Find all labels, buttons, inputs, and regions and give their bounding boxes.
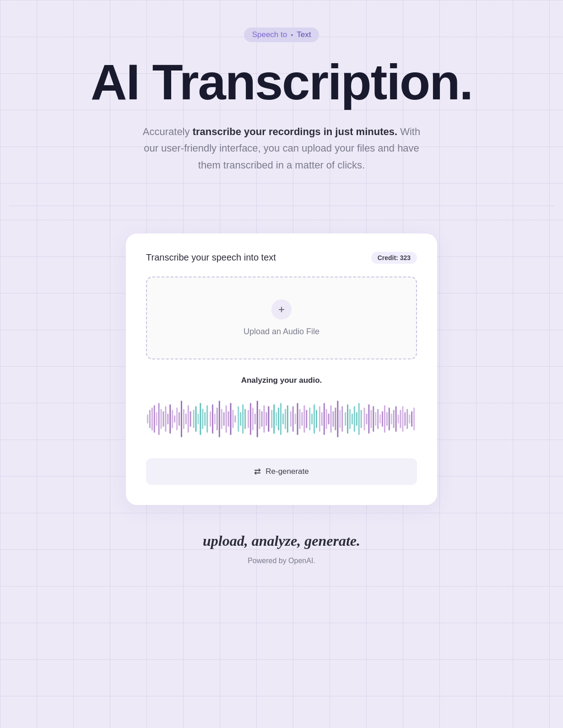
svg-rect-24 (202, 409, 203, 429)
svg-rect-40 (240, 412, 241, 426)
svg-rect-21 (195, 406, 197, 432)
svg-rect-104 (391, 413, 392, 424)
regenerate-label: Re-generate (265, 467, 309, 476)
badge-text-part: Text (297, 30, 311, 39)
upload-label: Upload an Audio File (244, 327, 319, 337)
svg-rect-37 (232, 410, 233, 428)
svg-rect-6 (161, 409, 162, 429)
svg-rect-13 (176, 407, 178, 430)
regenerate-button[interactable]: ⇄ Re-generate (146, 458, 417, 485)
svg-rect-84 (345, 412, 346, 426)
svg-rect-111 (406, 409, 408, 429)
badge-speech-part: Speech to (252, 30, 287, 39)
svg-rect-105 (393, 410, 395, 428)
svg-rect-44 (250, 403, 251, 435)
svg-rect-77 (328, 413, 330, 424)
svg-rect-97 (375, 412, 376, 426)
svg-rect-54 (273, 404, 275, 434)
svg-rect-39 (238, 406, 239, 432)
svg-rect-33 (223, 412, 225, 426)
svg-rect-38 (234, 415, 236, 423)
speech-to-text-badge: Speech to ▪ Text (244, 27, 319, 42)
svg-rect-14 (179, 412, 180, 426)
svg-rect-79 (332, 411, 334, 427)
svg-rect-10 (169, 404, 171, 434)
svg-rect-16 (183, 409, 184, 429)
svg-rect-90 (358, 403, 360, 435)
svg-rect-109 (402, 406, 403, 432)
svg-rect-87 (352, 413, 353, 424)
svg-rect-9 (167, 413, 168, 424)
svg-rect-103 (389, 407, 390, 430)
svg-rect-62 (292, 406, 294, 432)
svg-rect-56 (278, 407, 279, 430)
svg-rect-67 (303, 405, 305, 433)
svg-rect-59 (285, 409, 286, 429)
svg-rect-83 (341, 406, 343, 432)
powered-by: Powered by OpenAI. (248, 557, 315, 565)
svg-rect-0 (147, 414, 148, 424)
svg-rect-92 (364, 407, 365, 430)
tagline: upload, analyze, generate. (203, 532, 360, 549)
svg-rect-112 (409, 414, 410, 424)
waveform-svg (146, 396, 417, 442)
svg-rect-65 (299, 409, 300, 429)
svg-rect-96 (373, 406, 374, 432)
svg-rect-60 (287, 405, 288, 433)
badge-wrapper: Speech to ▪ Text (244, 27, 319, 42)
svg-rect-23 (200, 403, 201, 435)
svg-rect-100 (382, 411, 383, 427)
svg-rect-12 (174, 415, 175, 423)
svg-rect-66 (301, 412, 303, 426)
upload-area[interactable]: + Upload an Audio File (146, 277, 417, 359)
svg-rect-64 (297, 403, 298, 435)
svg-rect-20 (193, 410, 195, 428)
svg-rect-22 (197, 413, 199, 424)
svg-rect-30 (217, 407, 218, 430)
svg-rect-7 (163, 411, 164, 427)
svg-rect-8 (165, 406, 166, 432)
svg-rect-4 (156, 412, 157, 426)
powered-by-prefix: Powered by (248, 557, 288, 565)
svg-rect-26 (206, 405, 208, 433)
svg-rect-80 (335, 407, 336, 430)
page-wrapper: Speech to ▪ Text AI Transcription. Accur… (0, 0, 563, 602)
svg-rect-108 (400, 410, 401, 428)
svg-rect-46 (254, 413, 256, 424)
svg-rect-3 (154, 405, 155, 433)
regenerate-icon: ⇄ (254, 467, 261, 477)
svg-rect-1 (149, 410, 151, 428)
svg-rect-27 (210, 411, 211, 427)
svg-rect-49 (261, 411, 263, 427)
svg-rect-17 (185, 413, 187, 424)
svg-rect-36 (230, 403, 232, 435)
svg-rect-71 (314, 404, 315, 434)
svg-rect-85 (347, 404, 348, 434)
svg-rect-19 (190, 411, 191, 427)
svg-rect-88 (354, 406, 355, 432)
svg-rect-34 (226, 405, 227, 433)
subtitle-plain: Accurately (143, 126, 193, 137)
svg-rect-74 (321, 412, 323, 426)
svg-rect-102 (386, 412, 388, 426)
svg-rect-2 (152, 407, 153, 430)
svg-rect-43 (248, 410, 249, 428)
svg-rect-32 (221, 409, 222, 429)
analyzing-text: Analyzing your audio. (146, 376, 417, 385)
svg-rect-114 (413, 407, 415, 430)
svg-rect-18 (188, 405, 189, 433)
svg-rect-57 (280, 403, 282, 435)
hero-title: AI Transcription. (91, 57, 472, 107)
svg-rect-58 (282, 413, 284, 424)
svg-rect-110 (404, 412, 406, 426)
svg-rect-25 (204, 412, 206, 426)
svg-rect-73 (319, 406, 320, 432)
svg-rect-42 (244, 409, 246, 429)
svg-rect-63 (295, 413, 296, 424)
svg-rect-81 (337, 401, 338, 437)
svg-rect-11 (172, 410, 173, 428)
svg-rect-50 (264, 405, 265, 433)
svg-rect-106 (395, 406, 397, 432)
svg-rect-101 (384, 405, 385, 433)
credit-badge: Credit: 323 (371, 252, 417, 264)
